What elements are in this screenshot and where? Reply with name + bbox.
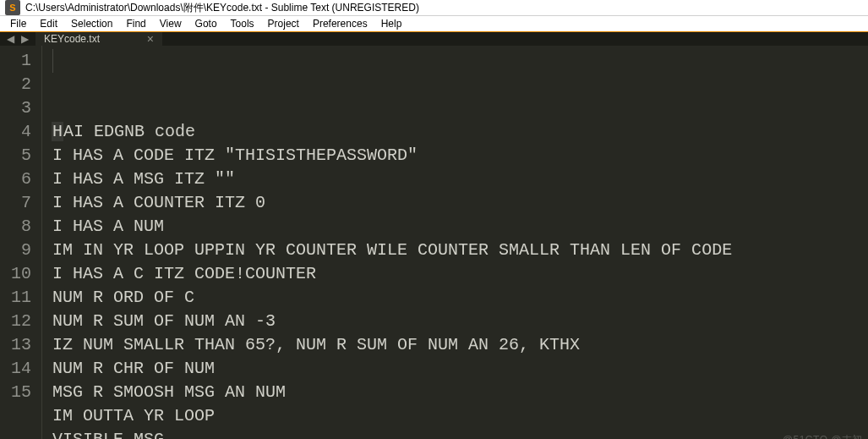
code-line[interactable]: VISIBLE MSG	[52, 428, 868, 439]
menu-item-preferences[interactable]: Preferences	[306, 16, 374, 31]
line-number: 13	[7, 333, 31, 357]
line-number: 8	[7, 215, 31, 239]
tab[interactable]: KEYcode.txt×	[35, 32, 162, 46]
code-line[interactable]: MSG R SMOOSH MSG AN NUM	[52, 381, 868, 404]
text-cursor	[52, 49, 53, 73]
menu-item-selection[interactable]: Selection	[64, 16, 119, 31]
code-line[interactable]: I HAS A COUNTER ITZ 0	[52, 191, 868, 215]
menu-bar: FileEditSelectionFindViewGotoToolsProjec…	[0, 16, 868, 32]
code-line[interactable]: I HAS A MSG ITZ ""	[52, 167, 868, 191]
code-line[interactable]: NUM R SUM OF NUM AN -3	[52, 310, 868, 333]
line-number: 5	[7, 144, 31, 167]
code-content[interactable]: HAI EDGNB codeI HAS A CODE ITZ "THISISTH…	[42, 46, 868, 439]
tab-close-icon[interactable]: ×	[137, 32, 154, 46]
tab-nav-right-icon[interactable]: ▶	[18, 33, 32, 45]
app-icon: S	[5, 0, 20, 15]
line-number: 12	[7, 310, 31, 333]
line-number: 1	[7, 49, 31, 73]
line-number: 3	[7, 96, 31, 120]
watermark: @51CTO @末初 CSDN @末初	[783, 428, 863, 439]
editor-area[interactable]: 123456789101112131415 HAI EDGNB codeI HA…	[0, 46, 868, 439]
line-number: 14	[7, 357, 31, 381]
menu-item-tools[interactable]: Tools	[224, 16, 261, 31]
code-line[interactable]: HAI EDGNB code	[52, 120, 868, 144]
tab-nav-left-icon[interactable]: ◀	[3, 33, 18, 45]
tab-nav-arrows: ◀ ▶	[0, 32, 35, 46]
code-line[interactable]: IZ NUM SMALLR THAN 65?, NUM R SUM OF NUM…	[52, 333, 868, 357]
code-line[interactable]: NUM R ORD OF C	[52, 286, 868, 310]
line-number: 11	[7, 286, 31, 310]
code-line[interactable]: I HAS A CODE ITZ "THISISTHEPASSWORD"	[52, 144, 868, 167]
menu-item-help[interactable]: Help	[374, 16, 409, 31]
menu-item-find[interactable]: Find	[119, 16, 152, 31]
line-number: 10	[7, 262, 31, 286]
menu-item-file[interactable]: File	[3, 16, 33, 31]
code-line[interactable]: IM IN YR LOOP UPPIN YR COUNTER WILE COUN…	[52, 239, 868, 262]
menu-item-goto[interactable]: Goto	[188, 16, 224, 31]
line-number: 9	[7, 239, 31, 262]
code-line[interactable]: I HAS A C ITZ CODE!COUNTER	[52, 262, 868, 286]
watermark-line1: @51CTO @末初	[783, 434, 863, 439]
tab-strip: ◀ ▶ KEYcode.txt×	[0, 32, 868, 46]
window-title: C:\Users\Administrator\Downloads\附件\KEYc…	[25, 1, 419, 15]
tab-label: KEYcode.txt	[44, 33, 137, 45]
code-line[interactable]: IM OUTTA YR LOOP	[52, 404, 868, 428]
line-number: 2	[7, 73, 31, 96]
line-number: 4	[7, 120, 31, 144]
line-number: 15	[7, 381, 31, 404]
menu-item-project[interactable]: Project	[261, 16, 306, 31]
line-number: 7	[7, 191, 31, 215]
line-number-gutter: 123456789101112131415	[0, 46, 42, 439]
window-titlebar: S C:\Users\Administrator\Downloads\附件\KE…	[0, 0, 868, 16]
code-line[interactable]: I HAS A NUM	[52, 215, 868, 239]
code-line[interactable]: NUM R CHR OF NUM	[52, 357, 868, 381]
menu-item-edit[interactable]: Edit	[33, 16, 64, 31]
line-number: 6	[7, 167, 31, 191]
menu-item-view[interactable]: View	[153, 16, 188, 31]
